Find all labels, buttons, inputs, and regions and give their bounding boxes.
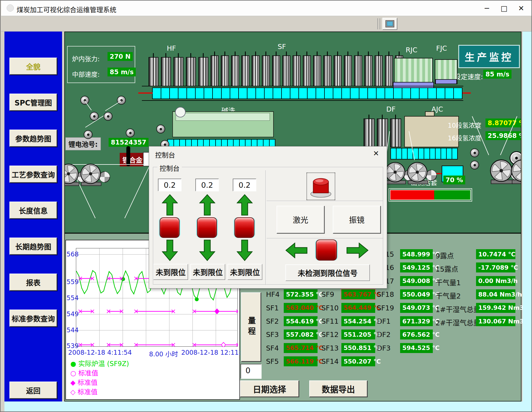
toolbar-handle[interactable]: [377, 18, 380, 29]
data-export-button[interactable]: 数据导出: [309, 380, 367, 397]
looper-progress-red: [390, 190, 434, 200]
emergency-stop-button[interactable]: [307, 173, 335, 200]
app-icon: [7, 4, 14, 12]
sf-furnace-unit: [313, 55, 321, 86]
conveyor-cell: [377, 88, 385, 99]
table-point-label: SF18: [377, 290, 394, 298]
axis-up-arrow-button[interactable]: [237, 194, 253, 216]
sf-furnace-unit: [344, 55, 352, 86]
conveyor-cell: [325, 88, 333, 99]
axis-up-arrow-button[interactable]: [162, 194, 178, 216]
sidebar-item-spc-chart[interactable]: SPC管理图: [9, 94, 57, 111]
sidebar-item-long-trend[interactable]: 长期趋势图: [9, 238, 57, 255]
axis-down-arrow-button[interactable]: [162, 240, 178, 261]
window-title: 煤炭加工可视化综合运维管理系统: [17, 4, 116, 14]
roller-pulley: [470, 161, 479, 169]
minimize-button[interactable]: ─: [478, 1, 495, 16]
dialog-close-icon[interactable]: ✕: [373, 149, 379, 158]
window-controls: ─ □ ✕: [478, 1, 530, 16]
down-arrow-icon: [199, 240, 215, 261]
conveyor-cell: [368, 88, 377, 99]
furnace-tension-value: 270 N: [108, 52, 133, 61]
x-axis-start-label: 2008-12-18 4:11:54: [68, 349, 132, 356]
horizontal-stop-button[interactable]: [316, 240, 337, 261]
y-axis-tick: 539: [66, 342, 78, 349]
roller-pulley: [117, 96, 126, 105]
axis-stop-button[interactable]: [234, 217, 254, 238]
table-point-label: 15露点: [436, 264, 458, 274]
mid-speed-value: 85 m/s: [108, 68, 136, 76]
range-input[interactable]: 0: [241, 364, 262, 379]
sidebar-item-process-param-query[interactable]: 工艺参数查询: [9, 166, 57, 183]
h16-value: 25.9868 %: [485, 131, 521, 140]
roller-pulley: [126, 128, 135, 137]
strip-line-right: [462, 92, 471, 94]
sidebar-item-param-trend[interactable]: 参数趋势图: [9, 130, 57, 147]
sf-furnace-unit: [282, 55, 290, 86]
y-axis-tick: 554: [66, 294, 78, 302]
axis-stop-button[interactable]: [197, 217, 217, 238]
conveyor-cell: [394, 88, 402, 99]
laser-button[interactable]: 激光: [277, 206, 324, 233]
table-point-label: SF11: [321, 317, 339, 325]
table-point-label: SF2: [266, 317, 279, 325]
maximize-button[interactable]: □: [495, 1, 513, 16]
monitor-tool-button[interactable]: [382, 18, 397, 30]
move-left-arrow-button[interactable]: [285, 243, 308, 258]
roller-pulley: [90, 112, 99, 121]
conveyor-cell: [385, 88, 394, 99]
table-point-value: 566.119 ℃: [284, 356, 318, 366]
legend-entry: ◆ 标准值: [70, 377, 98, 387]
range-button[interactable]: 量程: [241, 292, 261, 362]
y-axis-tick: 549: [66, 310, 78, 318]
move-right-arrow-button[interactable]: [346, 243, 369, 258]
sidebar-item-std-param-query[interactable]: 标准参数查询: [9, 310, 57, 327]
conveyor-cell: [196, 88, 204, 99]
close-button[interactable]: ✕: [513, 1, 530, 16]
conveyor-cell: [402, 148, 408, 159]
axis-step-input[interactable]: 0.2: [195, 179, 219, 191]
table-point-label: SF13: [321, 344, 339, 352]
axis-up-arrow-button[interactable]: [199, 194, 215, 216]
dialog-title: 控制台: [155, 150, 175, 159]
support-bar: [126, 146, 130, 166]
axis-step-input[interactable]: 0.2: [158, 179, 181, 191]
sidebar-item-report[interactable]: 报表: [9, 274, 57, 291]
table-point-value: 554.619 ℃: [284, 316, 318, 326]
sf-furnace-unit: [334, 55, 342, 86]
up-arrow-icon: [199, 194, 215, 216]
looper-progress-green: [434, 190, 470, 200]
axis-down-arrow-button[interactable]: [199, 240, 215, 261]
axis-limit-status: 未到限位: [190, 264, 225, 280]
conveyor-cell: [342, 88, 351, 99]
conveyor-cell: [333, 88, 342, 99]
table-point-value: 10.7474 ℃: [476, 249, 515, 259]
table-point-label: SF5: [266, 357, 279, 365]
axis-stop-button[interactable]: [160, 217, 180, 238]
production-monitor-button[interactable]: 生产监控: [458, 45, 520, 68]
conveyor-cell: [402, 88, 411, 99]
table-point-value: 563.767 ℃: [341, 289, 375, 299]
right-arrow-icon: [346, 243, 369, 258]
table-point-label: SF1: [266, 304, 279, 312]
table-point-label: 干气量1: [436, 277, 461, 287]
conveyor-cell: [441, 148, 447, 159]
sidebar-item-overview[interactable]: 全貌: [9, 58, 57, 75]
sidebar-item-length-info[interactable]: 长度信息: [9, 202, 57, 219]
axis-step-input[interactable]: 0.2: [233, 179, 256, 191]
table-point-value: 676.562 ℃: [400, 329, 433, 339]
conveyor-cell: [299, 88, 308, 99]
cooling-fan: [401, 160, 441, 185]
sidebar-item-back[interactable]: 返回: [9, 382, 57, 399]
dialog-divider-h1: [267, 201, 383, 201]
h16-label: 16段氢浓度: [448, 133, 481, 142]
table-point-label: SF4: [266, 344, 279, 352]
fjc-section-label: FJC: [436, 44, 447, 52]
title-bar: 煤炭加工可视化综合运维管理系统 ─ □ ✕: [1, 1, 532, 16]
hf-furnace-unit: [161, 57, 171, 86]
mirror-button[interactable]: 振镜: [333, 206, 381, 233]
conveyor-cell: [204, 88, 213, 99]
date-select-button[interactable]: 日期选择: [240, 380, 299, 397]
axis-down-arrow-button[interactable]: [237, 240, 253, 261]
table-point-label: 1#干湿气总量: [436, 304, 480, 314]
